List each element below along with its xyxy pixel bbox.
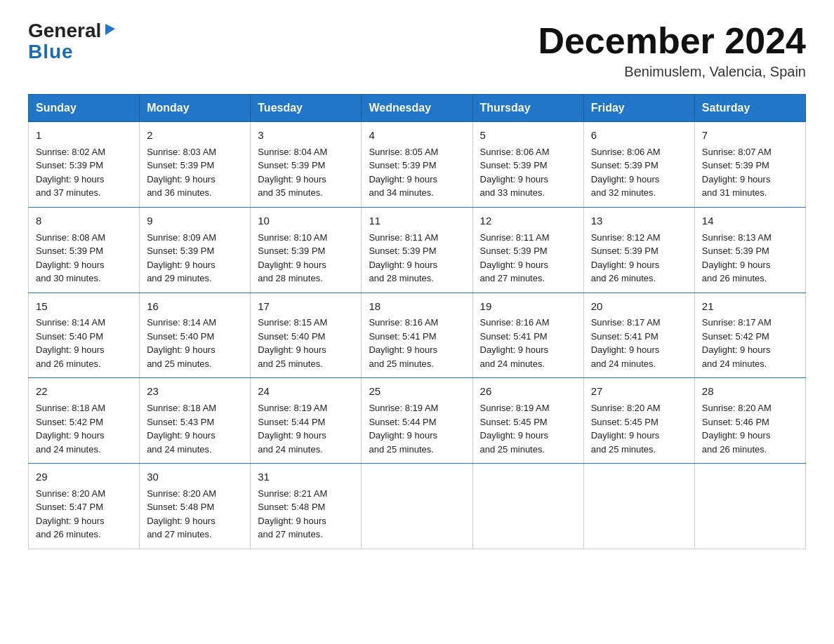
- day-number: 22: [36, 384, 132, 399]
- calendar-cell: 20Sunrise: 8:17 AM Sunset: 5:41 PM Dayli…: [583, 293, 694, 378]
- day-info: Sunrise: 8:02 AM Sunset: 5:39 PM Dayligh…: [36, 145, 132, 200]
- col-header-wednesday: Wednesday: [362, 95, 472, 122]
- logo-triangle-icon: [102, 21, 118, 36]
- day-info: Sunrise: 8:20 AM Sunset: 5:46 PM Dayligh…: [702, 401, 798, 456]
- day-number: 29: [36, 469, 132, 485]
- day-info: Sunrise: 8:14 AM Sunset: 5:40 PM Dayligh…: [147, 316, 243, 370]
- page-header: General Blue December 2024 Benimuslem, V…: [28, 21, 806, 80]
- week-row-3: 15Sunrise: 8:14 AM Sunset: 5:40 PM Dayli…: [29, 293, 806, 378]
- header-row: SundayMondayTuesdayWednesdayThursdayFrid…: [29, 95, 806, 122]
- day-info: Sunrise: 8:19 AM Sunset: 5:44 PM Dayligh…: [369, 401, 465, 456]
- calendar-cell: 22Sunrise: 8:18 AM Sunset: 5:42 PM Dayli…: [29, 378, 140, 464]
- day-info: Sunrise: 8:19 AM Sunset: 5:44 PM Dayligh…: [258, 401, 354, 456]
- day-number: 15: [36, 299, 132, 314]
- day-number: 26: [480, 384, 576, 399]
- day-number: 21: [702, 299, 798, 314]
- calendar-cell: 18Sunrise: 8:16 AM Sunset: 5:41 PM Dayli…: [362, 293, 472, 378]
- day-info: Sunrise: 8:07 AM Sunset: 5:39 PM Dayligh…: [702, 145, 798, 200]
- calendar-cell: 3Sunrise: 8:04 AM Sunset: 5:39 PM Daylig…: [251, 122, 362, 208]
- calendar-cell: 7Sunrise: 8:07 AM Sunset: 5:39 PM Daylig…: [694, 122, 805, 208]
- day-info: Sunrise: 8:20 AM Sunset: 5:47 PM Dayligh…: [36, 487, 132, 542]
- day-number: 9: [147, 213, 243, 229]
- week-row-1: 1Sunrise: 8:02 AM Sunset: 5:39 PM Daylig…: [29, 122, 806, 208]
- calendar-cell: 16Sunrise: 8:14 AM Sunset: 5:40 PM Dayli…: [140, 293, 251, 378]
- calendar-cell: 10Sunrise: 8:10 AM Sunset: 5:39 PM Dayli…: [251, 207, 362, 293]
- calendar-cell: [362, 464, 472, 549]
- week-row-2: 8Sunrise: 8:08 AM Sunset: 5:39 PM Daylig…: [29, 207, 806, 293]
- day-info: Sunrise: 8:16 AM Sunset: 5:41 PM Dayligh…: [480, 316, 576, 370]
- calendar-cell: 4Sunrise: 8:05 AM Sunset: 5:39 PM Daylig…: [362, 122, 472, 208]
- calendar-cell: 2Sunrise: 8:03 AM Sunset: 5:39 PM Daylig…: [140, 122, 251, 208]
- calendar-table: SundayMondayTuesdayWednesdayThursdayFrid…: [28, 94, 806, 549]
- calendar-cell: 1Sunrise: 8:02 AM Sunset: 5:39 PM Daylig…: [29, 122, 140, 208]
- location-text: Benimuslem, Valencia, Spain: [538, 64, 806, 80]
- day-info: Sunrise: 8:20 AM Sunset: 5:48 PM Dayligh…: [147, 487, 243, 542]
- calendar-cell: 25Sunrise: 8:19 AM Sunset: 5:44 PM Dayli…: [362, 378, 472, 464]
- day-number: 1: [36, 128, 132, 143]
- day-info: Sunrise: 8:14 AM Sunset: 5:40 PM Dayligh…: [36, 316, 132, 370]
- day-info: Sunrise: 8:03 AM Sunset: 5:39 PM Dayligh…: [147, 145, 243, 200]
- calendar-cell: 12Sunrise: 8:11 AM Sunset: 5:39 PM Dayli…: [472, 207, 583, 293]
- day-info: Sunrise: 8:17 AM Sunset: 5:41 PM Dayligh…: [591, 316, 687, 370]
- day-number: 24: [258, 384, 354, 399]
- calendar-cell: 11Sunrise: 8:11 AM Sunset: 5:39 PM Dayli…: [362, 207, 472, 293]
- day-number: 23: [147, 384, 243, 399]
- calendar-cell: 19Sunrise: 8:16 AM Sunset: 5:41 PM Dayli…: [472, 293, 583, 378]
- day-info: Sunrise: 8:06 AM Sunset: 5:39 PM Dayligh…: [480, 145, 576, 200]
- logo: General Blue: [28, 21, 118, 63]
- day-number: 12: [480, 213, 576, 229]
- day-number: 3: [258, 128, 354, 143]
- calendar-cell: 6Sunrise: 8:06 AM Sunset: 5:39 PM Daylig…: [583, 122, 694, 208]
- calendar-cell: 29Sunrise: 8:20 AM Sunset: 5:47 PM Dayli…: [29, 464, 140, 549]
- day-info: Sunrise: 8:20 AM Sunset: 5:45 PM Dayligh…: [591, 401, 687, 456]
- calendar-cell: 23Sunrise: 8:18 AM Sunset: 5:43 PM Dayli…: [140, 378, 251, 464]
- calendar-cell: 27Sunrise: 8:20 AM Sunset: 5:45 PM Dayli…: [583, 378, 694, 464]
- col-header-sunday: Sunday: [29, 95, 140, 122]
- day-number: 5: [480, 128, 576, 143]
- day-info: Sunrise: 8:13 AM Sunset: 5:39 PM Dayligh…: [702, 231, 798, 286]
- day-number: 4: [369, 128, 465, 143]
- day-number: 30: [147, 469, 243, 485]
- col-header-saturday: Saturday: [694, 95, 805, 122]
- day-info: Sunrise: 8:11 AM Sunset: 5:39 PM Dayligh…: [369, 231, 465, 286]
- day-number: 20: [591, 299, 687, 314]
- day-number: 25: [369, 384, 465, 399]
- day-number: 31: [258, 469, 354, 485]
- day-info: Sunrise: 8:10 AM Sunset: 5:39 PM Dayligh…: [258, 231, 354, 286]
- col-header-tuesday: Tuesday: [251, 95, 362, 122]
- day-number: 18: [369, 299, 465, 314]
- calendar-cell: 15Sunrise: 8:14 AM Sunset: 5:40 PM Dayli…: [29, 293, 140, 378]
- week-row-4: 22Sunrise: 8:18 AM Sunset: 5:42 PM Dayli…: [29, 378, 806, 464]
- day-info: Sunrise: 8:18 AM Sunset: 5:42 PM Dayligh…: [36, 401, 132, 456]
- day-number: 16: [147, 299, 243, 314]
- day-number: 19: [480, 299, 576, 314]
- title-block: December 2024 Benimuslem, Valencia, Spai…: [538, 21, 806, 80]
- day-number: 7: [702, 128, 798, 143]
- calendar-cell: [583, 464, 694, 549]
- calendar-cell: 24Sunrise: 8:19 AM Sunset: 5:44 PM Dayli…: [251, 378, 362, 464]
- calendar-cell: [694, 464, 805, 549]
- calendar-cell: 30Sunrise: 8:20 AM Sunset: 5:48 PM Dayli…: [140, 464, 251, 549]
- day-info: Sunrise: 8:16 AM Sunset: 5:41 PM Dayligh…: [369, 316, 465, 370]
- day-info: Sunrise: 8:06 AM Sunset: 5:39 PM Dayligh…: [591, 145, 687, 200]
- svg-marker-0: [105, 24, 115, 35]
- calendar-cell: 21Sunrise: 8:17 AM Sunset: 5:42 PM Dayli…: [694, 293, 805, 378]
- day-number: 8: [36, 213, 132, 229]
- calendar-cell: 13Sunrise: 8:12 AM Sunset: 5:39 PM Dayli…: [583, 207, 694, 293]
- day-number: 27: [591, 384, 687, 399]
- col-header-thursday: Thursday: [472, 95, 583, 122]
- day-info: Sunrise: 8:09 AM Sunset: 5:39 PM Dayligh…: [147, 231, 243, 286]
- day-info: Sunrise: 8:05 AM Sunset: 5:39 PM Dayligh…: [369, 145, 465, 200]
- day-number: 11: [369, 213, 465, 229]
- calendar-cell: 5Sunrise: 8:06 AM Sunset: 5:39 PM Daylig…: [472, 122, 583, 208]
- calendar-cell: 14Sunrise: 8:13 AM Sunset: 5:39 PM Dayli…: [694, 207, 805, 293]
- day-number: 2: [147, 128, 243, 143]
- day-info: Sunrise: 8:21 AM Sunset: 5:48 PM Dayligh…: [258, 487, 354, 542]
- day-number: 14: [702, 213, 798, 229]
- day-info: Sunrise: 8:15 AM Sunset: 5:40 PM Dayligh…: [258, 316, 354, 370]
- logo-general-text: General: [28, 21, 101, 41]
- col-header-friday: Friday: [583, 95, 694, 122]
- day-info: Sunrise: 8:04 AM Sunset: 5:39 PM Dayligh…: [258, 145, 354, 200]
- calendar-cell: 9Sunrise: 8:09 AM Sunset: 5:39 PM Daylig…: [140, 207, 251, 293]
- day-info: Sunrise: 8:11 AM Sunset: 5:39 PM Dayligh…: [480, 231, 576, 286]
